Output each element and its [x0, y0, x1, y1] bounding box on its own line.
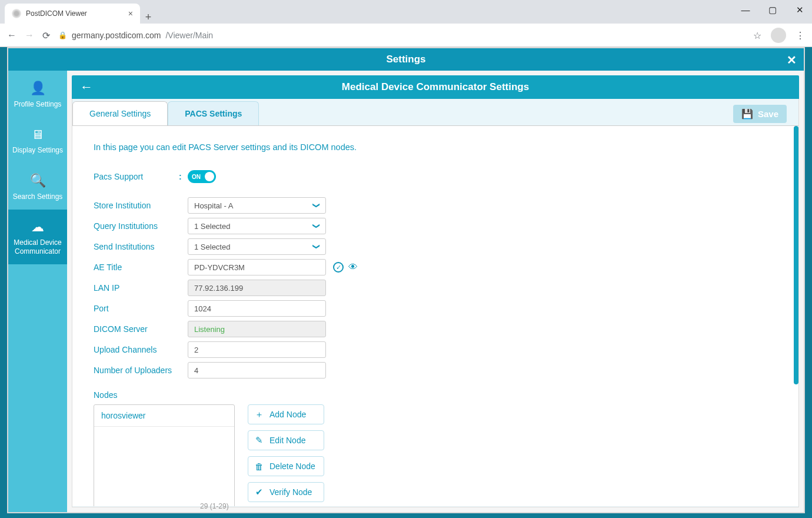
search-icon: 🔍	[11, 172, 65, 189]
lan-ip-label: LAN IP	[94, 283, 188, 293]
save-label: Save	[758, 109, 778, 119]
new-tab-button[interactable]: +	[140, 11, 157, 24]
modal-title: Settings	[386, 54, 425, 65]
save-button[interactable]: 💾 Save	[733, 105, 787, 123]
tab-title: PostDICOM Viewer	[26, 9, 87, 18]
sidebar-item-display[interactable]: 🖥 Display Settings	[8, 117, 67, 164]
dicom-server-label: DICOM Server	[94, 324, 188, 334]
reload-icon[interactable]: ⟳	[42, 30, 50, 41]
forward-icon[interactable]: →	[25, 30, 34, 41]
edit-node-button[interactable]: ✎Edit Node	[248, 430, 324, 450]
delete-node-button[interactable]: 🗑Delete Node	[248, 456, 324, 476]
store-institution-label: Store Institution	[94, 201, 188, 210]
settings-modal: Settings ✕ 👤 Profile Settings 🖥 Display …	[7, 47, 805, 513]
window-maximize[interactable]: ▢	[766, 5, 779, 15]
intro-text: In this page you can edit PACS Server se…	[94, 142, 777, 152]
back-icon[interactable]: ←	[7, 30, 16, 41]
nodes-list[interactable]: horosviewer	[94, 404, 235, 506]
send-institutions-select[interactable]: 1 Selected ❯	[188, 238, 326, 255]
ae-title-label: AE Title	[94, 263, 188, 272]
person-icon: 👤	[11, 80, 65, 97]
profile-avatar-icon[interactable]	[771, 28, 786, 43]
url-host: germany.postdicom.com	[72, 31, 161, 40]
modal-close-icon[interactable]: ✕	[787, 53, 797, 67]
ae-title-input[interactable]: PD-YDVCR3M	[188, 259, 326, 275]
main-panel: ← Medical Device Communicator Settings G…	[67, 71, 804, 512]
trash-icon: 🗑	[254, 461, 264, 471]
send-institutions-label: Send Institutions	[94, 242, 188, 251]
store-institution-select[interactable]: Hospital - A ❯	[188, 197, 326, 214]
select-value: 1 Selected	[194, 243, 230, 251]
form-panel: In this page you can edit PACS Server se…	[72, 125, 798, 506]
monitor-icon: 🖥	[11, 127, 65, 143]
sidebar-item-label: Medical Device Communicator	[14, 238, 61, 255]
url-path: /Viewer/Main	[165, 31, 213, 40]
pacs-support-toggle[interactable]: ON	[188, 170, 216, 183]
query-institutions-label: Query Institutions	[94, 221, 188, 231]
panel-header: ← Medical Device Communicator Settings	[72, 75, 799, 99]
edit-icon: ✎	[254, 435, 264, 446]
sidebar-item-mdc[interactable]: ☁ Medical Device Communicator	[8, 210, 67, 265]
sidebar-item-label: Display Settings	[12, 146, 63, 154]
verify-icon: ✔	[254, 487, 264, 497]
back-arrow-icon[interactable]: ←	[80, 79, 93, 95]
browser-chrome: ― ▢ ✕ PostDICOM Viewer × + ← → ⟳ 🔒 germa…	[0, 0, 812, 47]
lan-ip-input: 77.92.136.199	[188, 280, 326, 296]
cloud-icon: ☁	[11, 219, 65, 235]
chevron-down-icon: ❯	[312, 223, 321, 229]
tab-general[interactable]: General Settings	[72, 101, 168, 125]
dicom-server-status: Listening	[188, 321, 326, 337]
settings-sidebar: 👤 Profile Settings 🖥 Display Settings 🔍 …	[8, 71, 67, 512]
sidebar-item-search[interactable]: 🔍 Search Settings	[8, 163, 67, 210]
scrollbar-thumb[interactable]	[794, 126, 798, 384]
lock-icon: 🔒	[58, 31, 67, 39]
select-value: 1 Selected	[194, 222, 230, 231]
node-item[interactable]: horosviewer	[94, 405, 234, 427]
window-minimize[interactable]: ―	[739, 5, 752, 15]
obscured-footer: 29 (1-29)	[65, 500, 805, 512]
tab-pacs[interactable]: PACS Settings	[168, 101, 259, 125]
favicon-icon	[12, 9, 21, 18]
upload-channels-label: Upload Channels	[94, 345, 188, 354]
port-input[interactable]: 1024	[188, 300, 326, 317]
eye-icon[interactable]: 👁	[348, 262, 358, 273]
toggle-knob	[205, 172, 214, 181]
node-buttons: ＋Add Node ✎Edit Node 🗑Delete Node ✔Verif…	[248, 404, 324, 502]
tab-close-icon[interactable]: ×	[128, 9, 133, 18]
panel-title: Medical Device Communicator Settings	[342, 81, 529, 93]
tabs-row: General Settings PACS Settings	[72, 99, 798, 125]
upload-channels-input[interactable]: 2	[188, 341, 326, 358]
sidebar-item-label: Search Settings	[13, 192, 63, 201]
url-field[interactable]: 🔒 germany.postdicom.com/Viewer/Main	[58, 31, 745, 40]
app-body: Settings ✕ 👤 Profile Settings 🖥 Display …	[0, 47, 812, 518]
menu-icon[interactable]: ⋮	[796, 30, 805, 41]
address-bar-right: ☆ ⋮	[753, 28, 805, 43]
nodes-section: horosviewer ＋Add Node ✎Edit Node 🗑Delete…	[94, 404, 777, 506]
toggle-text: ON	[188, 174, 201, 180]
chevron-down-icon: ❯	[312, 244, 321, 250]
browser-tab[interactable]: PostDICOM Viewer ×	[5, 4, 140, 24]
window-controls: ― ▢ ✕	[739, 5, 806, 15]
sidebar-item-profile[interactable]: 👤 Profile Settings	[8, 71, 67, 117]
sidebar-item-label: Profile Settings	[14, 100, 62, 108]
modal-header: Settings ✕	[8, 48, 804, 71]
tab-bar: PostDICOM Viewer × +	[0, 0, 812, 24]
content-container: General Settings PACS Settings 💾 Save In…	[72, 99, 799, 507]
window-close[interactable]: ✕	[793, 5, 806, 15]
add-node-button[interactable]: ＋Add Node	[248, 404, 324, 424]
plus-icon: ＋	[254, 409, 264, 420]
pacs-support-label: Pacs Support:	[94, 172, 188, 181]
star-icon[interactable]: ☆	[753, 30, 761, 41]
verify-node-button[interactable]: ✔Verify Node	[248, 482, 324, 502]
num-uploaders-label: Number of Uploaders	[94, 366, 188, 375]
chevron-down-icon: ❯	[312, 202, 321, 208]
check-circle-icon[interactable]: ✓	[333, 262, 344, 273]
num-uploaders-input[interactable]: 4	[188, 362, 326, 378]
port-label: Port	[94, 304, 188, 313]
query-institutions-select[interactable]: 1 Selected ❯	[188, 218, 326, 234]
select-value: Hospital - A	[194, 201, 233, 210]
address-bar: ← → ⟳ 🔒 germany.postdicom.com/Viewer/Mai…	[0, 24, 812, 47]
save-icon: 💾	[741, 108, 753, 119]
nodes-label: Nodes	[94, 390, 777, 400]
